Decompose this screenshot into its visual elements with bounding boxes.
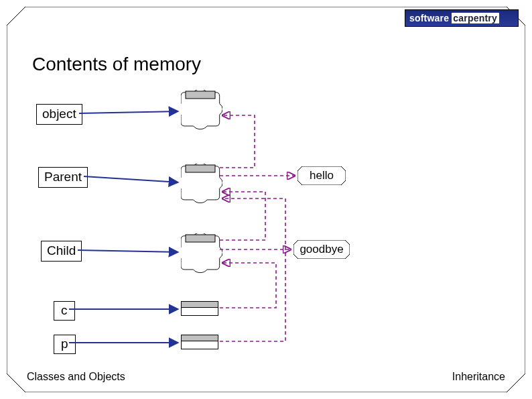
dashed-parent-to-object bbox=[220, 115, 255, 168]
arrow-object-to-shape bbox=[79, 111, 178, 113]
arrow-child-to-shape bbox=[78, 250, 178, 252]
dashed-p-to-parent bbox=[220, 198, 285, 341]
arrows-layer bbox=[0, 0, 532, 399]
footer-left: Classes and Objects bbox=[27, 371, 125, 383]
dashed-c-to-child bbox=[220, 263, 276, 308]
footer-right: Inheritance bbox=[452, 371, 505, 383]
arrow-parent-to-shape bbox=[84, 176, 178, 182]
